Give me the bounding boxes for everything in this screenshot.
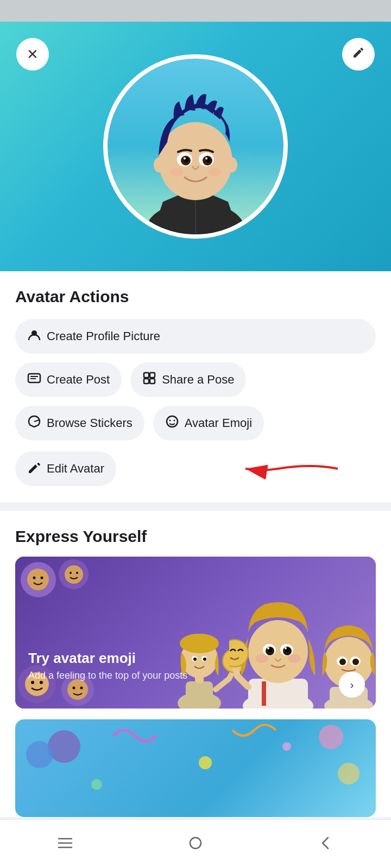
avatar-emoji-label: Avatar Emoji: [185, 416, 252, 430]
svg-point-63: [285, 647, 287, 649]
svg-point-76: [282, 742, 291, 751]
home-icon: [186, 833, 205, 854]
svg-point-75: [199, 756, 212, 769]
svg-point-28: [33, 577, 36, 579]
create-post-icon: [27, 371, 41, 388]
share-pose-icon: [142, 371, 156, 388]
svg-point-24: [169, 420, 171, 422]
svg-point-23: [167, 416, 178, 427]
edit-avatar-button[interactable]: Edit Avatar: [15, 451, 116, 486]
close-icon: ✕: [27, 46, 39, 63]
create-profile-picture-label: Create Profile Picture: [47, 329, 160, 343]
chevron-right-icon: ›: [350, 679, 354, 691]
create-post-label: Create Post: [47, 373, 110, 387]
svg-point-9: [184, 157, 186, 159]
close-button[interactable]: ✕: [16, 38, 49, 71]
action-row-2: Create Post Share a Pose: [15, 362, 376, 397]
svg-point-25: [173, 420, 175, 422]
edit-avatar-label: Edit Avatar: [47, 462, 104, 476]
svg-point-31: [70, 572, 72, 574]
svg-point-47: [203, 658, 206, 661]
svg-rect-21: [144, 379, 149, 384]
promo-card-title: Try avatar emoji: [28, 650, 187, 667]
svg-point-30: [65, 565, 83, 584]
content-area: Avatar Actions Create Profile Picture: [0, 271, 391, 502]
express-yourself-section: Express Yourself: [0, 511, 391, 817]
stickers-icon: [27, 414, 41, 432]
action-row-1: Create Profile Picture: [15, 319, 376, 354]
profile-picture-icon: [27, 328, 41, 345]
svg-point-38: [80, 687, 83, 690]
promo-card-subtitle: Add a feeling to the top of your posts: [28, 670, 187, 681]
avatar-header: ✕: [0, 22, 391, 271]
svg-point-2: [159, 122, 232, 200]
confetti-bg: [15, 719, 376, 817]
svg-rect-22: [150, 379, 155, 384]
svg-point-36: [67, 679, 88, 700]
svg-rect-53: [262, 681, 266, 706]
share-a-pose-label: Share a Pose: [162, 373, 234, 387]
browse-stickers-button[interactable]: Browse Stickers: [15, 406, 144, 441]
actions-grid: Create Profile Picture Create Post: [15, 319, 376, 486]
svg-point-74: [352, 659, 359, 665]
back-icon: [316, 833, 336, 854]
svg-rect-19: [144, 373, 149, 378]
svg-point-29: [41, 577, 43, 579]
menu-button[interactable]: [49, 828, 81, 860]
svg-point-32: [76, 572, 78, 574]
home-button[interactable]: [179, 828, 212, 860]
menu-icon: [55, 833, 75, 854]
express-yourself-title: Express Yourself: [15, 527, 376, 546]
share-a-pose-button[interactable]: Share a Pose: [130, 362, 246, 397]
status-bar: [0, 0, 391, 22]
svg-point-37: [73, 687, 75, 690]
avatar-actions-title: Avatar Actions: [15, 288, 376, 306]
svg-point-11: [170, 168, 183, 176]
avatar-emoji-icon: [165, 414, 179, 432]
edit-avatar-row: Edit Avatar: [15, 451, 376, 486]
arrow-annotation: [235, 452, 343, 485]
pencil-icon: [352, 46, 365, 62]
promo-card-text: Try avatar emoji Add a feeling to the to…: [28, 650, 187, 681]
svg-point-10: [205, 157, 207, 159]
edit-avatar-icon: [27, 460, 41, 477]
promo-next-button[interactable]: ›: [339, 672, 365, 698]
svg-point-77: [91, 779, 102, 790]
create-post-button[interactable]: Create Post: [15, 362, 122, 397]
svg-point-73: [339, 659, 346, 665]
create-profile-picture-button[interactable]: Create Profile Picture: [15, 319, 376, 354]
svg-point-55: [248, 620, 308, 683]
avatar-emoji-button[interactable]: Avatar Emoji: [153, 406, 264, 441]
svg-point-27: [27, 569, 49, 590]
svg-point-12: [208, 168, 221, 176]
svg-rect-20: [150, 373, 155, 378]
svg-point-65: [288, 654, 301, 663]
edit-button[interactable]: [342, 38, 375, 71]
svg-point-62: [267, 647, 269, 649]
svg-rect-52: [248, 679, 308, 709]
svg-point-64: [255, 654, 268, 663]
svg-rect-40: [186, 681, 213, 706]
action-row-3: Browse Stickers Avatar Emoji: [15, 406, 376, 441]
svg-rect-81: [190, 838, 201, 848]
browse-stickers-label: Browse Stickers: [47, 416, 133, 430]
svg-point-46: [193, 658, 197, 661]
promo-card-2[interactable]: [15, 719, 376, 817]
bottom-nav: [0, 819, 391, 868]
svg-point-13: [154, 157, 165, 173]
back-button[interactable]: [310, 828, 342, 860]
avatar-circle: [103, 54, 288, 239]
promo-card-avatar-emoji[interactable]: Try avatar emoji Add a feeling to the to…: [15, 557, 376, 709]
svg-point-14: [226, 157, 237, 173]
